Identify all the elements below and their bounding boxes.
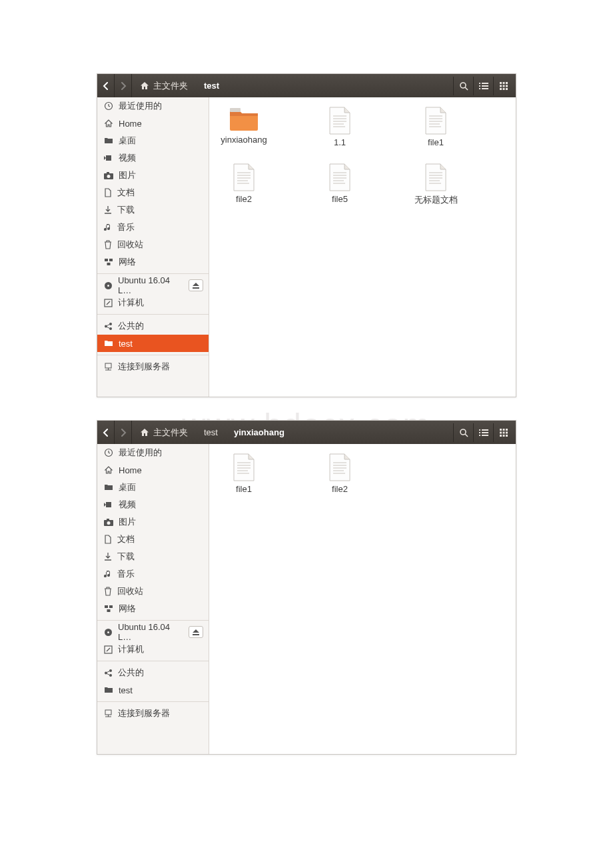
sidebar-label: 视频 (119, 152, 209, 164)
sidebar-item-pictures[interactable]: 图片 (97, 167, 209, 184)
forward-button[interactable] (115, 421, 132, 444)
file-item[interactable]: file2 (216, 163, 272, 206)
breadcrumb-home[interactable]: 主文件夹 (132, 421, 196, 444)
svg-rect-62 (479, 432, 480, 433)
camera-icon (104, 172, 113, 179)
sidebar-label: 下载 (117, 551, 209, 563)
sidebar-item-test[interactable]: test (97, 335, 209, 352)
sidebar-item-connect[interactable]: 连接到服务器 (97, 705, 209, 722)
svg-rect-2 (479, 83, 480, 84)
sidebar-item-trash[interactable]: 回收站 (97, 236, 209, 253)
computer-icon (104, 299, 113, 307)
sidebar-label: 音乐 (117, 221, 209, 233)
breadcrumb-current[interactable]: yinxiaohang (226, 421, 293, 444)
text-file-icon (424, 107, 448, 135)
file-grid[interactable]: file1 file2 (209, 444, 516, 754)
svg-point-26 (107, 285, 109, 287)
sidebar-item-pictures[interactable]: 图片 (97, 513, 209, 531)
sidebar-item-downloads[interactable]: 下载 (97, 201, 209, 219)
file-grid[interactable]: yinxiaohang 1.1 file1 (209, 97, 516, 397)
sidebar-label: 连接到服务器 (118, 361, 209, 373)
document-icon (104, 535, 112, 544)
sidebar-item-documents[interactable]: 文档 (97, 184, 209, 201)
search-button[interactable] (453, 423, 473, 442)
sidebar-item-network[interactable]: 网络 (97, 600, 209, 617)
svg-rect-68 (506, 429, 508, 431)
forward-button[interactable] (115, 74, 132, 97)
search-button[interactable] (453, 77, 473, 95)
sidebar-item-desktop[interactable]: 桌面 (97, 132, 209, 149)
svg-rect-22 (105, 259, 108, 261)
sidebar-item-disc[interactable]: Ubuntu 16.04 L… (97, 277, 209, 294)
eject-button[interactable] (189, 626, 203, 638)
chevron-left-icon (103, 82, 109, 90)
svg-rect-65 (482, 435, 488, 436)
svg-rect-32 (230, 108, 241, 112)
sidebar-item-documents[interactable]: 文档 (97, 531, 209, 548)
svg-rect-64 (479, 435, 480, 436)
file-item[interactable]: file2 (312, 453, 368, 494)
sidebar-item-public[interactable]: 公共的 (97, 317, 209, 335)
file-name: file1 (236, 484, 252, 494)
music-icon (104, 570, 112, 579)
sidebar-item-network[interactable]: 网络 (97, 253, 209, 271)
sidebar-label: 桌面 (119, 135, 209, 147)
text-file-icon (328, 453, 352, 481)
file-item[interactable]: 无标题文档 (408, 163, 464, 206)
file-item[interactable]: file1 (408, 107, 464, 147)
sidebar-item-trash[interactable]: 回收站 (97, 583, 209, 600)
grid-view-button[interactable] (493, 77, 513, 95)
svg-rect-15 (502, 88, 504, 90)
sidebar-item-recent[interactable]: 最近使用的 (97, 444, 209, 461)
sidebar-item-test[interactable]: test (97, 681, 209, 699)
svg-rect-8 (500, 82, 502, 84)
svg-rect-76 (106, 502, 111, 507)
folder-item[interactable]: yinxiaohang (216, 107, 272, 147)
sidebar-label: 计算机 (118, 297, 209, 309)
download-icon (104, 205, 112, 215)
sidebar-item-home[interactable]: Home (97, 115, 209, 132)
sidebar-label: Home (119, 119, 209, 129)
network-icon (104, 605, 113, 613)
sidebar-item-videos[interactable]: 视频 (97, 496, 209, 513)
sidebar-item-computer[interactable]: 计算机 (97, 641, 209, 658)
video-icon (104, 501, 113, 508)
svg-line-59 (465, 434, 468, 437)
breadcrumb-current[interactable]: test (196, 74, 227, 97)
sidebar-item-home[interactable]: Home (97, 461, 209, 479)
breadcrumb-home[interactable]: 主文件夹 (132, 74, 196, 97)
sidebar-item-connect[interactable]: 连接到服务器 (97, 358, 209, 375)
list-view-button[interactable] (473, 77, 493, 95)
home-icon (104, 119, 113, 128)
svg-point-20 (107, 175, 111, 178)
svg-rect-80 (105, 605, 108, 608)
sidebar-label: 网络 (119, 256, 209, 268)
sidebar-item-public[interactable]: 公共的 (97, 664, 209, 681)
sidebar-item-videos[interactable]: 视频 (97, 149, 209, 167)
text-file-icon (424, 163, 448, 191)
back-button[interactable] (97, 421, 115, 444)
file-item[interactable]: file5 (312, 163, 368, 206)
file-item[interactable]: file1 (216, 453, 272, 494)
file-name: file2 (332, 484, 348, 494)
eject-button[interactable] (189, 279, 203, 291)
sidebar-item-recent[interactable]: 最近使用的 (97, 97, 209, 115)
grid-view-button[interactable] (493, 423, 513, 442)
sidebar-item-computer[interactable]: 计算机 (97, 294, 209, 311)
sidebar-item-music[interactable]: 音乐 (97, 219, 209, 236)
file-manager-window-1: 主文件夹 test (97, 73, 516, 397)
sidebar-item-desktop[interactable]: 桌面 (97, 479, 209, 496)
sidebar-item-downloads[interactable]: 下载 (97, 548, 209, 565)
svg-rect-79 (107, 519, 109, 521)
folder-icon (104, 339, 113, 347)
file-item[interactable]: 1.1 (312, 107, 368, 147)
search-icon (459, 81, 468, 91)
sidebar-label: test (119, 339, 209, 349)
list-view-button[interactable] (473, 423, 493, 442)
svg-point-84 (107, 631, 109, 633)
breadcrumb-segment[interactable]: test (196, 421, 226, 444)
sidebar-item-disc[interactable]: Ubuntu 16.04 L… (97, 623, 209, 641)
back-button[interactable] (97, 74, 115, 97)
sidebar-item-music[interactable]: 音乐 (97, 565, 209, 583)
svg-rect-69 (500, 431, 502, 433)
